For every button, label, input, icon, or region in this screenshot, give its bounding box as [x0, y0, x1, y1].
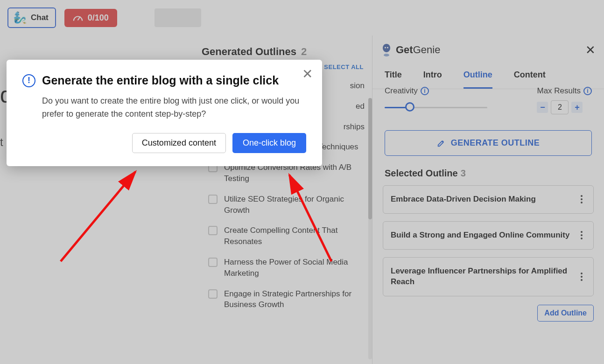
one-click-blog-button[interactable]: One-click blog: [232, 133, 306, 153]
modal-backdrop[interactable]: [0, 0, 604, 364]
modal-close-button[interactable]: ✕: [302, 66, 313, 82]
one-click-modal: ✕ ! Generate the entire blog with a sing…: [7, 60, 322, 166]
modal-body: Do you want to create the entire blog wi…: [42, 95, 306, 121]
alert-info-icon: !: [22, 74, 35, 87]
customized-content-button[interactable]: Customized content: [132, 133, 226, 153]
modal-title: Generate the entire blog with a single c…: [42, 74, 279, 87]
